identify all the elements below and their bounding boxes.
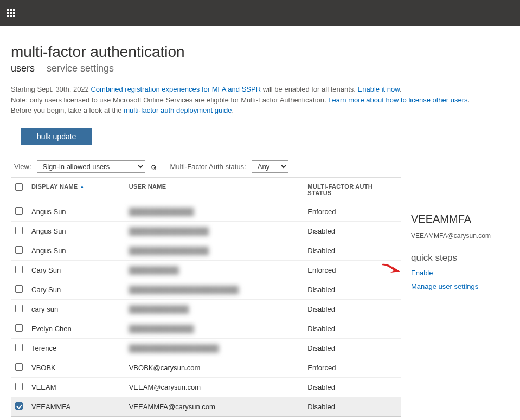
row-checkbox[interactable] <box>15 324 23 332</box>
search-icon[interactable]: ⌕ <box>151 161 156 171</box>
notice-text: . <box>232 106 234 114</box>
cell-display-name: Angus Sun <box>27 202 125 221</box>
notice-text: Before you begin, take a look at the <box>11 106 124 114</box>
table-row[interactable]: Cary Sun██████████Enforced <box>11 260 401 280</box>
manage-user-settings-link[interactable]: Manage user settings <box>411 282 509 290</box>
cell-user-name: VEEAM@carysun.com <box>125 377 304 397</box>
row-checkbox[interactable] <box>15 285 23 293</box>
cell-display-name: cary sun <box>27 299 125 319</box>
cell-mfa-status: Disabled <box>303 377 401 397</box>
table-row[interactable]: Cary Sun██████████████████████Disabled <box>11 280 401 299</box>
row-checkbox[interactable] <box>15 305 23 312</box>
cell-mfa-status: Disabled <box>303 280 401 299</box>
cell-mfa-status: Disabled <box>303 241 401 260</box>
row-checkbox[interactable] <box>15 227 23 234</box>
selected-user-name: VEEAMMFA <box>411 213 509 225</box>
row-checkbox[interactable] <box>15 344 23 351</box>
table-row[interactable]: Angus Sun████████████████Disabled <box>11 241 401 260</box>
page-content: multi-factor authentication users servic… <box>0 26 520 420</box>
view-label: View: <box>14 163 31 171</box>
table-row[interactable]: cary sun████████████Disabled <box>11 299 401 319</box>
link-deployment-guide[interactable]: multi-factor auth deployment guide <box>124 106 232 114</box>
notice-text: . <box>400 85 402 93</box>
cell-display-name: Terence <box>27 338 125 358</box>
cell-user-name: VBOBK@carysun.com <box>125 358 304 377</box>
cell-user-name: ██████████ <box>125 260 304 280</box>
cell-display-name: Evelyn Chen <box>27 319 125 338</box>
bulk-update-button[interactable]: bulk update <box>21 128 92 145</box>
row-checkbox[interactable] <box>15 402 23 410</box>
cell-mfa-status: Disabled <box>303 221 401 241</box>
cell-user-name: █████████████ <box>125 202 304 221</box>
status-label: Multi-Factor Auth status: <box>170 163 246 171</box>
table-row[interactable]: Angus Sun█████████████Enforced <box>11 202 401 221</box>
table-row[interactable]: Angus Sun████████████████Disabled <box>11 221 401 241</box>
notice-text: . <box>468 96 470 104</box>
cell-mfa-status: Disabled <box>303 397 401 416</box>
row-checkbox[interactable] <box>15 363 23 371</box>
page-title: multi-factor authentication <box>11 43 509 61</box>
enable-link[interactable]: Enable <box>411 269 509 277</box>
cell-user-name: ██████████████████ <box>125 338 304 358</box>
cell-display-name: Angus Sun <box>27 241 125 260</box>
link-enable-now[interactable]: Enable it now <box>358 85 400 93</box>
cell-mfa-status: Enforced <box>303 358 401 377</box>
link-license-users[interactable]: Learn more about how to license other us… <box>328 96 467 104</box>
content-row: DISPLAY NAME USER NAME MULTI-FACTOR AUTH… <box>11 177 509 420</box>
quick-steps-header: quick steps <box>411 253 509 263</box>
cell-user-name: VEEAMMFA@carysun.com <box>125 397 304 416</box>
users-table-wrap: DISPLAY NAME USER NAME MULTI-FACTOR AUTH… <box>11 177 401 417</box>
cell-user-name: █████████████ <box>125 319 304 338</box>
table-row[interactable]: Evelyn Chen█████████████Disabled <box>11 319 401 338</box>
row-checkbox[interactable] <box>15 246 23 254</box>
table-row[interactable]: VBOBKVBOBK@carysun.comEnforced <box>11 358 401 377</box>
users-table: DISPLAY NAME USER NAME MULTI-FACTOR AUTH… <box>11 177 401 417</box>
table-row[interactable]: Terence██████████████████Disabled <box>11 338 401 358</box>
view-select[interactable]: Sign-in allowed users <box>37 160 145 173</box>
select-all-checkbox[interactable] <box>15 183 23 191</box>
cell-mfa-status: Disabled <box>303 319 401 338</box>
row-checkbox[interactable] <box>15 266 23 273</box>
cell-mfa-status: Enforced <box>303 202 401 221</box>
cell-display-name: Cary Sun <box>27 260 125 280</box>
filter-bar: View: Sign-in allowed users ⌕ Multi-Fact… <box>14 160 509 173</box>
tab-users[interactable]: users <box>11 63 35 74</box>
status-select[interactable]: Any <box>252 160 288 173</box>
cell-display-name: Angus Sun <box>27 221 125 241</box>
col-mfa-status[interactable]: MULTI-FACTOR AUTH STATUS <box>303 177 401 202</box>
cell-mfa-status: Disabled <box>303 338 401 358</box>
cell-mfa-status: Enforced <box>303 260 401 280</box>
cell-display-name: VBOBK <box>27 358 125 377</box>
notice-text: will be enabled for all tenants. <box>261 85 358 93</box>
app-launcher-icon[interactable] <box>7 9 15 17</box>
cell-user-name: ████████████████ <box>125 221 304 241</box>
row-checkbox[interactable] <box>15 383 23 390</box>
tabs: users service settings <box>11 63 509 74</box>
table-row[interactable]: VEEAMVEEAM@carysun.comDisabled <box>11 377 401 397</box>
cell-display-name: VEEAMMFA <box>27 397 125 416</box>
top-bar <box>0 0 520 26</box>
notice-text: Starting Sept. 30th, 2022 <box>11 85 91 93</box>
cell-user-name: ████████████████ <box>125 241 304 260</box>
notice-block: Starting Sept. 30th, 2022 Combined regis… <box>11 84 509 116</box>
notice-text: Note: only users licensed to use Microso… <box>11 96 328 104</box>
cell-display-name: Cary Sun <box>27 280 125 299</box>
side-panel: VEEAMMFA VEEAMMFA@carysun.com quick step… <box>401 203 509 420</box>
row-checkbox[interactable] <box>15 207 23 215</box>
tab-service-settings[interactable]: service settings <box>47 63 114 74</box>
table-row[interactable]: VEEAMMFAVEEAMMFA@carysun.comDisabled <box>11 397 401 416</box>
link-combined-registration[interactable]: Combined registration experiences for MF… <box>91 85 261 93</box>
cell-mfa-status: Disabled <box>303 299 401 319</box>
col-user-name[interactable]: USER NAME <box>125 177 304 202</box>
selected-user-email: VEEAMMFA@carysun.com <box>411 232 509 240</box>
cell-user-name: ██████████████████████ <box>125 280 304 299</box>
col-display-name[interactable]: DISPLAY NAME <box>27 177 125 202</box>
cell-display-name: VEEAM <box>27 377 125 397</box>
cell-user-name: ████████████ <box>125 299 304 319</box>
